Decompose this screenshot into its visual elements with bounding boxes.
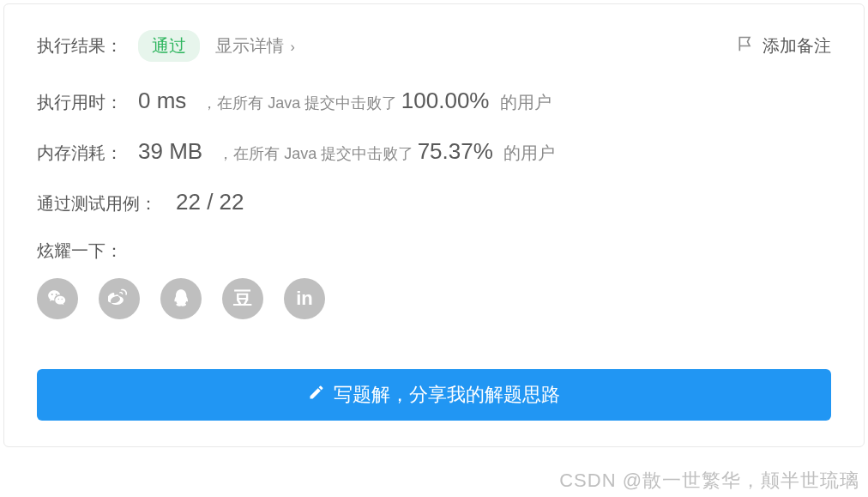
wechat-icon[interactable] xyxy=(37,278,78,319)
runtime-percent: 100.00% xyxy=(401,88,490,113)
header-row: 执行结果： 通过 显示详情 › 添加备注 xyxy=(37,30,831,62)
douban-icon[interactable]: 豆 xyxy=(222,278,263,319)
memory-label: 内存消耗： xyxy=(37,142,123,165)
add-note-button[interactable]: 添加备注 xyxy=(737,34,831,58)
memory-percent: 75.37% xyxy=(418,138,493,164)
runtime-suffix: 的用户 xyxy=(500,93,552,112)
write-solution-label: 写题解，分享我的解题思路 xyxy=(334,382,560,408)
pencil-icon xyxy=(308,384,325,406)
result-card: 执行结果： 通过 显示详情 › 添加备注 执行用时： 0 ms ，在所有 Jav… xyxy=(3,3,865,447)
testcases-label: 通过测试用例： xyxy=(37,192,157,215)
testcases-row: 通过测试用例： 22 / 22 xyxy=(37,189,831,215)
memory-suffix: 的用户 xyxy=(503,143,555,162)
qq-icon[interactable] xyxy=(160,278,202,319)
flag-icon xyxy=(737,35,754,57)
testcases-value: 22 / 22 xyxy=(176,189,244,215)
share-icons: 豆 in xyxy=(37,278,831,319)
memory-inline: ，在所有 Java 提交中击败了 75.37% 的用户 xyxy=(218,138,555,165)
add-note-label: 添加备注 xyxy=(763,34,831,58)
result-label: 执行结果： xyxy=(37,34,123,58)
show-details-link[interactable]: 显示详情 › xyxy=(215,34,295,58)
runtime-row: 执行用时： 0 ms ，在所有 Java 提交中击败了 100.00% 的用户 xyxy=(37,88,831,114)
share-label: 炫耀一下： xyxy=(37,239,831,263)
header-left: 执行结果： 通过 显示详情 › xyxy=(37,30,295,62)
write-solution-button[interactable]: 写题解，分享我的解题思路 xyxy=(37,369,831,421)
runtime-value: 0 ms xyxy=(138,88,186,114)
memory-value: 39 MB xyxy=(138,138,202,165)
runtime-desc: ，在所有 Java 提交中击败了 xyxy=(202,94,397,112)
runtime-label: 执行用时： xyxy=(37,91,123,114)
watermark: CSDN @散一世繁华，颠半世琉璃 xyxy=(559,468,859,494)
show-details-text: 显示详情 xyxy=(215,36,284,55)
memory-row: 内存消耗： 39 MB ，在所有 Java 提交中击败了 75.37% 的用户 xyxy=(37,138,831,165)
runtime-inline: ，在所有 Java 提交中击败了 100.00% 的用户 xyxy=(202,88,552,114)
weibo-icon[interactable] xyxy=(99,278,140,319)
status-badge: 通过 xyxy=(138,30,200,62)
chevron-right-icon: › xyxy=(291,39,295,54)
memory-desc: ，在所有 Java 提交中击败了 xyxy=(218,145,413,162)
linkedin-icon[interactable]: in xyxy=(284,278,325,319)
